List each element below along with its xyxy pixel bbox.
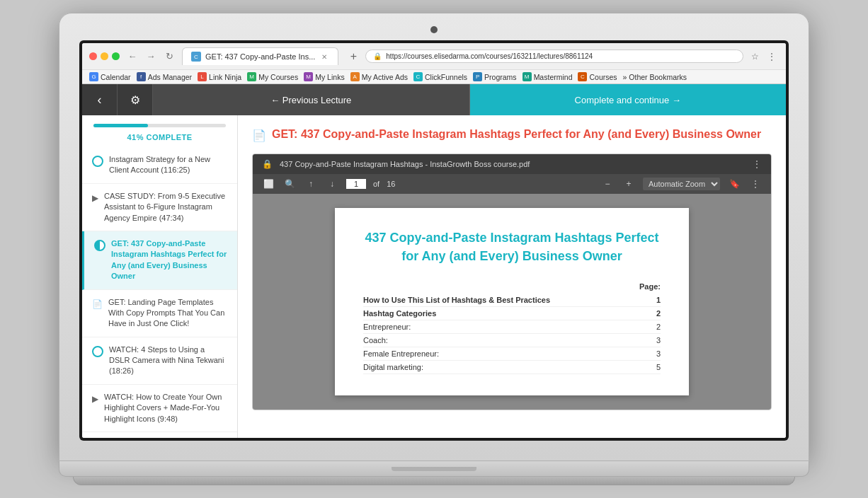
progress-track (93, 124, 226, 127)
bookmark-other[interactable]: » Other Bookmarks (623, 73, 687, 81)
browser-tab[interactable]: C GET: 437 Copy-and-Paste Ins... ✕ (182, 47, 338, 65)
pdf-row-2-label: Hashtag Categories (363, 309, 632, 318)
pdf-content: 437 Copy-and-Paste Instagram Hashtags Pe… (253, 194, 771, 409)
minimize-window-button[interactable] (101, 52, 108, 60)
pdf-row-3-page: 2 (632, 323, 661, 331)
zoom-select[interactable]: Automatic Zoom 50% 75% 100% 125% 150% (643, 178, 720, 190)
scroll-down-icon[interactable]: ↓ (325, 177, 339, 191)
sidebar-item-2[interactable]: ▶ CASE STUDY: From 9-5 Executive Assista… (82, 184, 237, 231)
traffic-lights (89, 52, 120, 60)
camera-icon (430, 26, 438, 33)
pdf-table: Page: How to Use This List of Hashtags &… (363, 282, 661, 374)
app-nav: ‹ ⚙ ← Previous Lecture Complete and cont… (82, 84, 786, 115)
sidebar-item-3-label: GET: 437 Copy-and-Paste Instagram Hashta… (111, 238, 227, 282)
url-text: https://courses.elisedarma.com/courses/1… (386, 52, 593, 60)
screen: ← → ↻ C GET: 437 Copy-and-Paste Ins... ✕ (82, 43, 786, 438)
sidebar-item-1[interactable]: Instagram Strategy for a New Client Acco… (82, 147, 237, 184)
close-window-button[interactable] (89, 52, 97, 60)
nav-settings-button[interactable]: ⚙ (118, 84, 153, 115)
active-ads-favicon: A (350, 72, 360, 81)
laptop-foot (73, 477, 795, 485)
bookmark-ads-manager[interactable]: f Ads Manager (137, 72, 192, 81)
fit-page-icon[interactable]: ⬜ (261, 177, 275, 191)
previous-lecture-button[interactable]: ← Previous Lecture (153, 84, 470, 115)
content-title: 📄 GET: 437 Copy-and-Paste Instagram Hash… (252, 127, 772, 144)
pdf-options-icon[interactable]: ⋮ (748, 177, 763, 191)
mastermind-favicon: M (522, 72, 532, 81)
main-container: 41% COMPLETE Instagram Strategy for a Ne… (82, 115, 786, 438)
back-button[interactable]: ← (125, 50, 139, 64)
pdf-row-2: Hashtag Categories 2 (363, 307, 661, 320)
pdf-page-title: 437 Copy-and-Paste Instagram Hashtags Pe… (363, 229, 661, 265)
forward-button[interactable]: → (144, 50, 158, 64)
pdf-row-6-label: Digital marketing: (363, 363, 632, 371)
sidebar-item-7[interactable]: WATCH: How To Edit an Instagram-Ready Ph… (82, 432, 237, 438)
scroll-up-icon[interactable]: ↑ (304, 177, 318, 191)
pdf-row-4: Coach: 3 (363, 334, 661, 347)
browser-toolbar-icons: ☆ ⋮ (748, 50, 779, 64)
circle-icon (92, 156, 103, 167)
laptop-base (59, 461, 809, 477)
laptop-body: ← → ↻ C GET: 437 Copy-and-Paste Ins... ✕ (59, 13, 809, 461)
previous-lecture-label: ← Previous Lecture (270, 95, 351, 105)
new-tab-button[interactable]: + (346, 49, 361, 64)
content-title-text: GET: 437 Copy-and-Paste Instagram Hashta… (272, 127, 761, 142)
bookmark-link-ninja[interactable]: L Link Ninja (198, 72, 241, 81)
bookmark-calendar[interactable]: G Calendar (89, 72, 131, 81)
bookmark-pdf-icon[interactable]: 🔖 (727, 177, 741, 191)
bookmark-my-links[interactable]: M My Links (304, 72, 344, 81)
bookmark-mastermind[interactable]: M Mastermind (522, 72, 573, 81)
zoom-in-icon[interactable]: + (622, 177, 636, 191)
gear-icon: ⚙ (130, 93, 140, 107)
pdf-menu-icon[interactable]: ⋮ (750, 157, 764, 171)
browser-chrome: ← → ↻ C GET: 437 Copy-and-Paste Ins... ✕ (82, 43, 786, 84)
pdf-filename: 437 Copy-and-Paste Instagram Hashtags - … (280, 160, 744, 168)
maximize-window-button[interactable] (112, 52, 120, 60)
pdf-lock-icon: 🔒 (260, 157, 274, 171)
pdf-row-5-label: Female Entrepreneur: (363, 349, 632, 358)
browser-nav: ← → ↻ (125, 50, 176, 64)
sidebar-item-1-label: Instagram Strategy for a New Client Acco… (109, 154, 227, 176)
tab-close-button[interactable]: ✕ (319, 52, 329, 62)
pdf-row-1-label: How to Use This List of Hashtags & Best … (363, 296, 632, 304)
pdf-row-2-page: 2 (632, 309, 661, 318)
half-fill-icon (94, 240, 105, 251)
sidebar-item-6[interactable]: ▶ WATCH: How to Create Your Own Highligh… (82, 385, 237, 432)
sidebar-item-4[interactable]: 📄 GET: Landing Page Templates With Copy … (82, 290, 237, 337)
laptop-hinge (392, 467, 476, 471)
star-icon[interactable]: ☆ (748, 50, 762, 64)
complete-continue-button[interactable]: Complete and continue → (470, 84, 787, 115)
video-icon: ▶ (92, 192, 98, 204)
progress-container: 41% COMPLETE (82, 115, 237, 147)
pdf-row-3: Entrepreneur: 2 (363, 320, 661, 334)
progress-text: 41% COMPLETE (127, 133, 192, 141)
zoom-out-icon[interactable]: − (600, 177, 615, 191)
sidebar-item-4-label: GET: Landing Page Templates With Copy Pr… (108, 297, 227, 330)
pdf-of-label: of (373, 180, 379, 188)
search-pdf-icon[interactable]: 🔍 (282, 177, 297, 191)
sidebar-item-5[interactable]: WATCH: 4 Steps to Using a DSLR Camera wi… (82, 337, 237, 385)
pdf-page: 437 Copy-and-Paste Instagram Hashtags Pe… (335, 208, 689, 395)
bookmark-active-ads[interactable]: A My Active Ads (350, 72, 408, 81)
more-icon[interactable]: ⋮ (765, 50, 779, 64)
sidebar-item-3-active[interactable]: GET: 437 Copy-and-Paste Instagram Hashta… (82, 231, 237, 290)
bookmark-my-courses[interactable]: M My Courses (247, 72, 298, 81)
tab-title: GET: 437 Copy-and-Paste Ins... (205, 52, 315, 61)
address-bar[interactable]: 🔒 https://courses.elisedarma.com/courses… (365, 50, 743, 63)
pdf-controls: ⬜ 🔍 ↑ ↓ of 16 − + (253, 174, 771, 194)
pdf-page-input[interactable] (346, 179, 366, 189)
screen-bezel: ← → ↻ C GET: 437 Copy-and-Paste Ins... ✕ (79, 40, 789, 441)
bookmarks-bar: G Calendar f Ads Manager L Link Ninja (82, 69, 786, 83)
pdf-row-1: How to Use This List of Hashtags & Best … (363, 294, 661, 307)
bookmark-clickfunnels[interactable]: C ClickFunnels (413, 72, 467, 81)
bookmark-programs[interactable]: P Programs (473, 72, 517, 81)
clickfunnels-favicon: C (413, 72, 423, 81)
sidebar: 41% COMPLETE Instagram Strategy for a Ne… (82, 115, 238, 438)
bookmark-courses[interactable]: C Courses (578, 72, 617, 81)
content-area: 📄 GET: 437 Copy-and-Paste Instagram Hash… (238, 115, 786, 438)
address-bar-container: C GET: 437 Copy-and-Paste Ins... ✕ + 🔒 h… (182, 47, 779, 65)
nav-back-button[interactable]: ‹ (82, 84, 118, 115)
doc-icon: 📄 (92, 299, 103, 311)
pdf-row-4-label: Coach: (363, 336, 632, 344)
reload-button[interactable]: ↻ (162, 50, 176, 64)
